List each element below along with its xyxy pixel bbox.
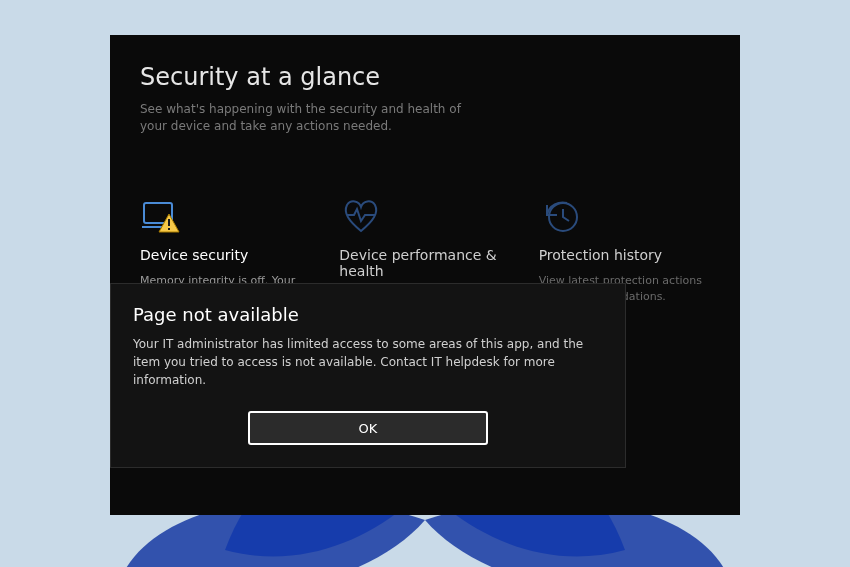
page-subtitle: See what's happening with the security a…: [140, 101, 470, 136]
ok-button[interactable]: OK: [248, 411, 488, 445]
page-not-available-dialog: Page not available Your IT administrator…: [110, 283, 626, 468]
card-title: Device performance & health: [339, 247, 510, 279]
windows-security-window: Security at a glance See what's happenin…: [110, 35, 740, 515]
heart-icon: [339, 197, 383, 237]
svg-rect-4: [168, 219, 170, 226]
history-icon: [539, 197, 583, 237]
card-title: Device security: [140, 247, 311, 263]
page-title: Security at a glance: [140, 63, 710, 91]
card-title: Protection history: [539, 247, 710, 263]
warning-icon: [158, 213, 180, 233]
svg-rect-5: [168, 228, 170, 230]
dialog-body: Your IT administrator has limited access…: [133, 335, 603, 389]
dialog-title: Page not available: [133, 304, 603, 325]
